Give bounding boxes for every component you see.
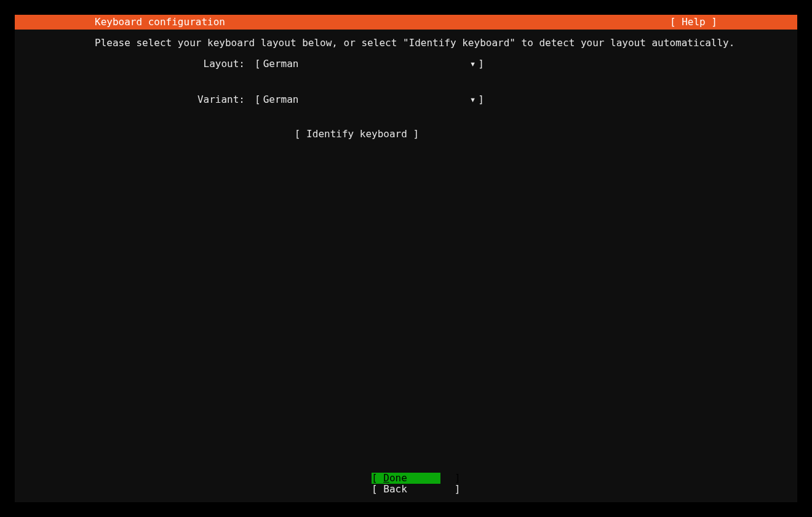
instruction-text: Please select your keyboard layout below…	[95, 36, 717, 50]
bracket-open: [	[255, 92, 261, 107]
layout-value: German	[261, 57, 470, 71]
layout-row: Layout: [ German ▾ ]	[95, 57, 717, 71]
variant-label: Variant:	[95, 92, 255, 107]
chevron-down-icon: ▾	[470, 92, 479, 107]
bracket-close: ]	[478, 92, 484, 107]
layout-label: Layout:	[95, 57, 255, 71]
header-bar: Keyboard configuration [ Help ]	[15, 15, 797, 30]
variant-value: German	[261, 92, 470, 107]
help-button[interactable]: [ Help ]	[670, 15, 717, 30]
identify-row: [ Identify keyboard ]	[95, 128, 717, 140]
back-button[interactable]: [ Back ]	[372, 484, 440, 495]
variant-dropdown[interactable]: [ German ▾ ]	[255, 92, 484, 107]
footer: [ Done ] [ Back ]	[15, 473, 797, 495]
layout-dropdown[interactable]: [ German ▾ ]	[255, 57, 484, 71]
bracket-open: [	[255, 57, 261, 71]
page-title: Keyboard configuration	[95, 15, 225, 30]
content-area: Please select your keyboard layout below…	[15, 30, 797, 140]
done-button[interactable]: [ Done ]	[372, 473, 440, 484]
bracket-close: ]	[478, 57, 484, 71]
variant-row: Variant: [ German ▾ ]	[95, 92, 717, 107]
identify-keyboard-button[interactable]: [ Identify keyboard ]	[295, 128, 419, 140]
chevron-down-icon: ▾	[470, 57, 479, 71]
